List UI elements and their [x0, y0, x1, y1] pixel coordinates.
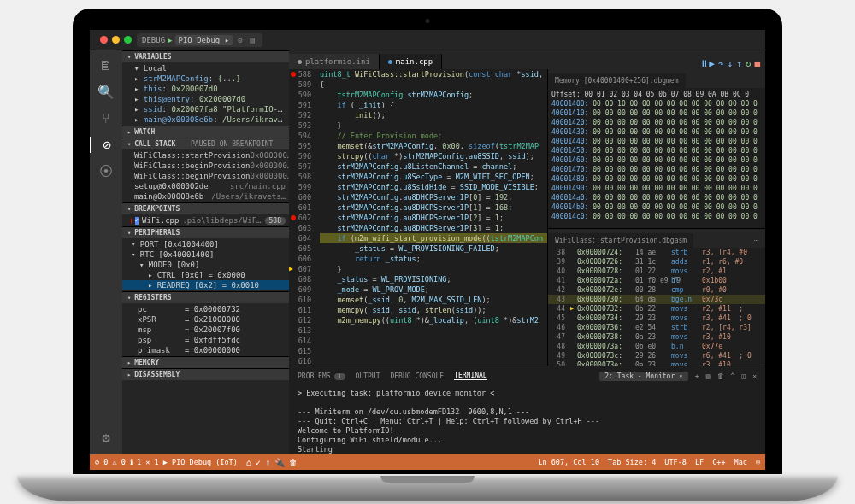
status-item[interactable]: ▶ PIO Debug (IoT)	[163, 458, 238, 466]
stack-frame[interactable]: main@0x00008e6b/Users/ikravets…	[122, 191, 289, 202]
asm-row[interactable]: 380x00000724:14 aestrbr3, [r4, #0	[548, 248, 765, 257]
memory-section[interactable]: ▸MEMORY	[122, 356, 289, 368]
editor-tab[interactable]: platformio.ini	[289, 54, 380, 69]
editor-tab[interactable]: main.cpp	[380, 54, 442, 69]
variables-section[interactable]: ▾VARIABLES	[122, 50, 289, 62]
more-icon[interactable]: ⋯	[747, 233, 765, 248]
code-editor[interactable]: 5885895905915925935945955965975985996006…	[289, 69, 547, 366]
stack-frame[interactable]: WiFiClass::startProvision0x000000…	[122, 150, 289, 161]
asm-row[interactable]: 390x00000726:31 1caddsr1, r6, #0	[548, 257, 765, 267]
debug-icon[interactable]: ⊘	[90, 137, 122, 153]
settings-gear-icon[interactable]: ⚙	[235, 36, 245, 44]
asm-row[interactable]: 420x0000072e:00 28cmpr0, #0	[548, 285, 765, 295]
status-item[interactable]: C++	[712, 458, 725, 466]
new-terminal-icon[interactable]: +	[695, 372, 699, 380]
status-action-icon[interactable]: ⌂	[246, 458, 251, 467]
code-line[interactable]: }	[320, 120, 547, 131]
maximize-panel-icon[interactable]: ^	[731, 372, 735, 380]
memory-view[interactable]: Offset: 00 01 02 03 04 05 06 07 08 09 0A…	[548, 88, 765, 228]
step-out-icon[interactable]: ↑	[736, 58, 742, 69]
code-line[interactable]: strM2MAPConfig.u8SecType = M2M_WIFI_SEC_…	[320, 172, 547, 182]
code-line[interactable]: memset(&strM2MAPConfig, 0x00, sizeof(tst…	[320, 141, 547, 151]
asm-row[interactable]: 440x00000732:0b 22movsr2, #11 ;	[548, 304, 765, 314]
variable-row[interactable]: ▸ strM2MAPConfig: {...}	[122, 73, 289, 84]
kill-terminal-icon[interactable]: 🗑	[717, 372, 724, 380]
status-item[interactable]: Ln 607, Col 10	[538, 458, 599, 466]
status-item[interactable]: ⚠ 0	[112, 458, 125, 466]
register-row[interactable]: xPSR = 0x21000000	[122, 314, 289, 325]
peripheral-row[interactable]: ▾ MODE0 [0x0]	[122, 260, 289, 270]
code-line[interactable]: if (!_init) {	[320, 100, 547, 110]
terminal[interactable]: > Executing task: platformio device moni…	[289, 385, 765, 454]
status-item[interactable]: ⊘ 0	[95, 458, 108, 466]
code-line[interactable]: uint8_t WiFiClass::startProvision(const …	[320, 69, 547, 79]
code-line[interactable]: // Enter Provision mode:	[320, 131, 547, 141]
asm-row[interactable]: 410x0000072a:01 f0 e9 f9bl0x1b00	[548, 276, 765, 285]
start-debug-icon[interactable]: ▶	[168, 36, 172, 44]
memory-tab[interactable]: Memory [0x40001400+256].dbgmem	[548, 73, 686, 88]
status-item[interactable]: Tab Size: 4	[608, 458, 656, 466]
code-line[interactable]: m2m_memcpy((uint8 *)&_localip, (uint8 *)…	[320, 315, 547, 325]
status-action-icon[interactable]: ✓	[256, 458, 261, 467]
watch-section[interactable]: ▸WATCH	[122, 126, 289, 138]
stack-frame[interactable]: WiFiClass::beginProvision0x000000…	[122, 171, 289, 181]
register-row[interactable]: primask = 0x00000000	[122, 345, 289, 355]
code-line[interactable]: strcpy((char *)strM2MAPConfig.au8SSID, s…	[320, 151, 547, 161]
search-icon[interactable]: 🔍	[97, 84, 115, 100]
disassembly-section[interactable]: ▸DISASSEMBLY	[122, 368, 289, 380]
panel-tab-problems[interactable]: PROBLEMS 1	[298, 372, 345, 380]
code-line[interactable]: strM2MAPConfig.au8DHCPServerIP[0] = 192;	[320, 192, 547, 202]
callstack-section[interactable]: ▾CALL STACK PAUSED ON BREAKPOINT	[122, 138, 289, 149]
status-item[interactable]: Mac	[734, 458, 747, 466]
pio-icon[interactable]: ⦿	[99, 163, 113, 179]
breakpoints-section[interactable]: ▾BREAKPOINTS	[122, 202, 289, 214]
code-line[interactable]: _status = WL_PROVISIONING;	[320, 274, 547, 284]
code-line[interactable]: memset(_ssid, 0, M2M_MAX_SSID_LEN);	[320, 295, 547, 305]
step-over-icon[interactable]: ↷	[718, 58, 724, 69]
debug-console-icon[interactable]: ▤	[248, 36, 257, 44]
status-item[interactable]: ☺	[756, 458, 760, 466]
continue-icon[interactable]: ⏸▶	[699, 58, 715, 69]
variables-scope[interactable]: ▾ Local	[122, 63, 289, 73]
status-item[interactable]: ✕ 1	[145, 458, 158, 466]
code-line[interactable]: _status = WL_PROVISIONING_FAILED;	[320, 243, 547, 254]
code-line[interactable]: init();	[320, 110, 547, 120]
registers-section[interactable]: ▾REGISTERS	[122, 291, 289, 303]
close-panel-icon[interactable]: ✕	[752, 372, 757, 380]
breakpoint-row[interactable]: ✓WiFi.cpp .pio\libdeps/WiF…588	[122, 215, 289, 226]
asm-row[interactable]: 450x00000734:29 23movsr3, #41 ; 0	[548, 314, 765, 323]
status-action-icon[interactable]: 🗑	[289, 458, 298, 467]
split-terminal-icon[interactable]: ▥	[706, 372, 711, 380]
asm-row[interactable]: 490x0000073c:29 26movsr6, #41 ; 0	[548, 351, 765, 360]
peripheral-row[interactable]: ▸ READREQ [0x2] = 0x0010	[122, 280, 289, 290]
code-line[interactable]: tstrM2MAPConfig strM2MAPConfig;	[320, 90, 547, 100]
register-row[interactable]: pc = 0x00000732	[122, 304, 289, 314]
status-action-icon[interactable]: 🔌	[274, 458, 285, 467]
asm-row[interactable]: 430x00000730:64 dabge.n0x73c	[548, 295, 765, 304]
restart-icon[interactable]: ↻	[746, 58, 752, 69]
stack-frame[interactable]: setup@0x000002desrc/main.cpp	[122, 181, 289, 191]
terminal-task-select[interactable]: 2: Task - Monitor ▾	[599, 372, 688, 381]
peripheral-row[interactable]: ▾ RTC [0x40001400]	[122, 249, 289, 260]
peripheral-row[interactable]: ▸ CTRL [0x0] = 0x0000	[122, 270, 289, 280]
variable-row[interactable]: ▸ this@entry: 0x200007d0	[122, 94, 289, 104]
panel-tab-output[interactable]: OUTPUT	[356, 372, 380, 380]
variable-row[interactable]: ▸ main@0x00008e6b: /Users/ikravets…	[122, 114, 289, 125]
panel-layout-icon[interactable]: ◫	[741, 372, 746, 380]
variable-row[interactable]: ▸ ssid: 0x20007fa8 "PlatformIO-31…"	[122, 104, 289, 114]
peripheral-row[interactable]: ▾ PORT [0x41004400]	[122, 239, 289, 249]
step-into-icon[interactable]: ↓	[728, 58, 734, 69]
asm-row[interactable]: 480x0000073a:0b e0b.n0x77e	[548, 342, 765, 351]
code-line[interactable]: strM2MAPConfig.au8DHCPServerIP[1] = 168;	[320, 202, 547, 213]
register-row[interactable]: msp = 0x20007f00	[122, 325, 289, 335]
code-line[interactable]: _mode = WL_PROV_MODE;	[320, 284, 547, 295]
code-line[interactable]: if (m2m_wifi_start_provision_mode((tstrM…	[320, 233, 547, 243]
register-row[interactable]: psp = 0xfdff5fdc	[122, 335, 289, 345]
stack-frame[interactable]: WiFiClass::beginProvision0x000000…	[122, 161, 289, 171]
explorer-icon[interactable]: 🗎	[99, 57, 113, 73]
asm-row[interactable]: 400x00000728:01 22movsr2, #1	[548, 267, 765, 276]
status-item[interactable]: ℹ 1	[130, 458, 141, 466]
git-icon[interactable]: ⑂	[102, 110, 110, 126]
settings-icon[interactable]: ⚙	[102, 430, 110, 446]
status-action-icon[interactable]: ⬆	[265, 458, 270, 467]
